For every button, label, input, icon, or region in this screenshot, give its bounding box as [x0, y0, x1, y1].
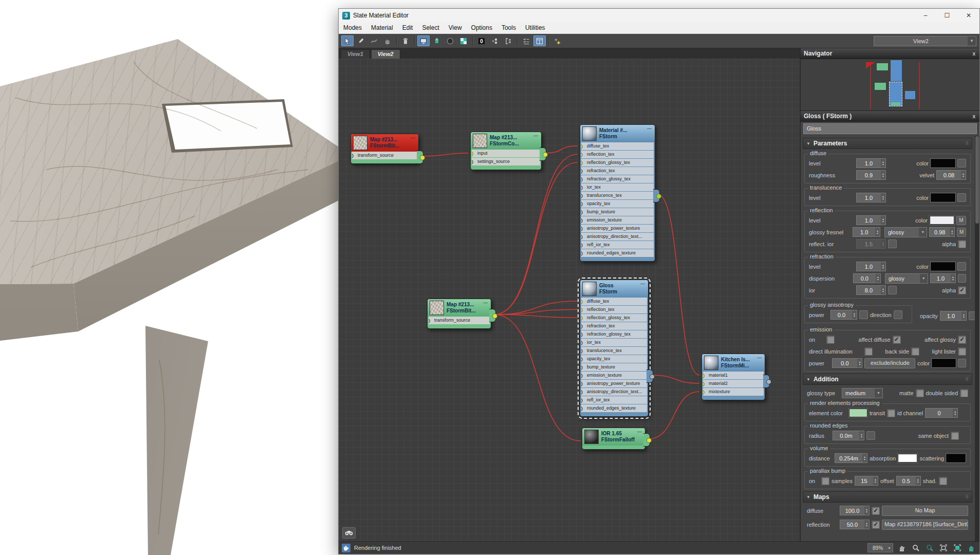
dropdown[interactable]: glossy▼: [885, 273, 928, 284]
zero-channel-button[interactable]: 0: [475, 35, 488, 46]
node-slot-refraction_glossy_tex[interactable]: refraction_glossy_tex: [581, 175, 654, 183]
checkbox[interactable]: [821, 477, 829, 485]
wire-D-to-E[interactable]: [494, 314, 578, 318]
zoom-extents-button[interactable]: [938, 543, 949, 552]
color-swatch[interactable]: [930, 216, 954, 225]
checkbox[interactable]: [864, 347, 873, 356]
menu-select[interactable]: Select: [417, 22, 443, 33]
spinner-field[interactable]: 1.0▲▼: [856, 193, 886, 202]
wire-C-to-F[interactable]: [658, 195, 699, 375]
node-slot-ior_tex[interactable]: ior_tex: [581, 183, 654, 191]
map-slot-button[interactable]: [859, 310, 868, 319]
input-socket[interactable]: [429, 319, 430, 323]
node-map-213[interactable]: Map #213...FStormCo...—inputsettings_sou…: [470, 132, 542, 170]
input-socket[interactable]: [581, 227, 583, 231]
output-tab[interactable]: [653, 189, 660, 202]
map-assigned-button[interactable]: M: [956, 216, 966, 225]
node-slot-transform_source[interactable]: transform_source: [429, 317, 490, 324]
node-slot-reflection_glossy_tex[interactable]: reflection_glossy_tex: [581, 159, 654, 166]
input-socket[interactable]: [703, 374, 705, 378]
checkbox[interactable]: [911, 347, 919, 356]
spinner-field[interactable]: 1.0▲▼: [856, 158, 886, 168]
spinner-field[interactable]: 0.98▲▼: [929, 227, 955, 237]
node-slot-refraction_tex[interactable]: refraction_tex: [581, 322, 647, 330]
node-slot-rounded_edges_texture[interactable]: rounded_edges_texture: [581, 249, 654, 257]
spinner-field[interactable]: 0.0▲▼: [832, 358, 863, 368]
color-swatch[interactable]: [849, 409, 867, 417]
node-slot-emission_texture[interactable]: emission_texture: [581, 372, 647, 379]
input-socket[interactable]: [472, 160, 473, 164]
node-slot-refraction_tex[interactable]: refraction_tex: [581, 167, 654, 175]
pick-sample-button[interactable]: [551, 35, 564, 46]
node-slot-reflection_tex[interactable]: reflection_tex: [581, 151, 654, 158]
spinner-field[interactable]: 0.254m▲▼: [835, 453, 867, 463]
spinner-field[interactable]: 8.0▲▼: [856, 285, 886, 295]
input-socket[interactable]: [581, 218, 583, 223]
input-socket[interactable]: [581, 390, 583, 395]
node-header[interactable]: Kitchen Is...FStormMi...—: [702, 354, 765, 372]
checkbox[interactable]: [826, 336, 835, 344]
node-slot-opacity_tex[interactable]: opacity_tex: [581, 200, 654, 208]
node-graph-canvas[interactable]: Map #213...FStormBit...—transform_source…: [339, 59, 800, 541]
menu-edit[interactable]: Edit: [398, 22, 418, 33]
color-swatch[interactable]: [898, 454, 917, 462]
map-slot-button[interactable]: [888, 286, 897, 294]
panel-scrollbar[interactable]: [975, 136, 979, 541]
map-slot-button[interactable]: [958, 359, 966, 367]
layout-all-vertical-button[interactable]: [489, 35, 501, 46]
parameter-editor-button[interactable]: [533, 35, 546, 46]
node-slot-ior_tex[interactable]: ior_tex: [581, 339, 647, 346]
spinner-field[interactable]: 15▲▼: [855, 476, 878, 486]
wire-D-to-E[interactable]: [494, 301, 578, 314]
input-socket[interactable]: [581, 177, 583, 182]
connect-tool-button[interactable]: [368, 35, 380, 46]
material-name-field[interactable]: Gloss: [803, 123, 977, 134]
wide-button[interactable]: Map #2138797186 [Surface_Dirt0: [882, 520, 968, 530]
tab-view2[interactable]: View2: [371, 49, 400, 59]
maximize-button[interactable]: ☐: [936, 9, 958, 22]
spinner-field[interactable]: 0▲▼: [925, 408, 958, 418]
minimize-button[interactable]: –: [915, 9, 936, 22]
wire-D-to-E[interactable]: [494, 309, 578, 314]
node-slot-translucence_tex[interactable]: translucence_tex: [581, 192, 654, 199]
delete-selected-button[interactable]: [399, 35, 412, 46]
node-collapse-icon[interactable]: —: [481, 299, 489, 305]
input-socket[interactable]: [581, 251, 583, 256]
node-slot-anisotropy_direction_text...[interactable]: anisotropy_direction_text...: [581, 388, 647, 396]
wide-button[interactable]: exclude/include: [864, 358, 915, 368]
select-tool-button[interactable]: [341, 35, 354, 46]
dropdown[interactable]: glossy▼: [884, 227, 927, 237]
node-slot-bump_texture[interactable]: bump_texture: [581, 363, 647, 371]
show-background-button[interactable]: [444, 35, 456, 46]
spinner-field[interactable]: 0.9▲▼: [856, 170, 886, 180]
node-slot-reflection_glossy_tex[interactable]: reflection_glossy_tex: [581, 314, 647, 322]
color-swatch[interactable]: [932, 359, 955, 367]
node-slot-refl_ior_tex[interactable]: refl_ior_tex: [581, 241, 654, 249]
map-slot-button[interactable]: [957, 159, 966, 168]
spinner-field[interactable]: 50.0▲▼: [840, 520, 870, 529]
node-collapse-icon[interactable]: —: [645, 125, 653, 131]
output-tab[interactable]: [643, 433, 650, 447]
zoom-button[interactable]: [911, 543, 921, 552]
node-material[interactable]: Material #...FStorm—diffuse_texreflectio…: [580, 124, 655, 262]
input-socket[interactable]: [581, 324, 583, 329]
input-socket[interactable]: [581, 316, 583, 321]
input-socket[interactable]: [703, 382, 705, 386]
select-by-material-button[interactable]: [520, 35, 532, 46]
input-socket[interactable]: [581, 235, 583, 239]
node-map-213[interactable]: Map #213...FStormBit...—transform_source: [350, 134, 419, 164]
navigator-minimap[interactable]: [801, 59, 979, 111]
pick-material-from-object-button[interactable]: [355, 35, 367, 46]
spinner-field[interactable]: 0.0▲▼: [830, 310, 857, 320]
dropdown[interactable]: medium▼: [842, 388, 883, 398]
node-slot-opacity_tex[interactable]: opacity_tex: [581, 355, 647, 363]
checkbox[interactable]: [958, 240, 966, 248]
input-socket[interactable]: [581, 169, 583, 174]
checkbox[interactable]: [939, 477, 947, 485]
node-collapse-icon[interactable]: —: [409, 134, 416, 140]
tab-view1[interactable]: View1: [341, 49, 370, 59]
find-node-button[interactable]: [342, 527, 356, 539]
node-slot-mixtexture[interactable]: mixtexture: [703, 388, 764, 396]
node-gloss[interactable]: GlossFStorm—diffuse_texreflection_texref…: [580, 280, 649, 417]
input-socket[interactable]: [581, 398, 583, 403]
